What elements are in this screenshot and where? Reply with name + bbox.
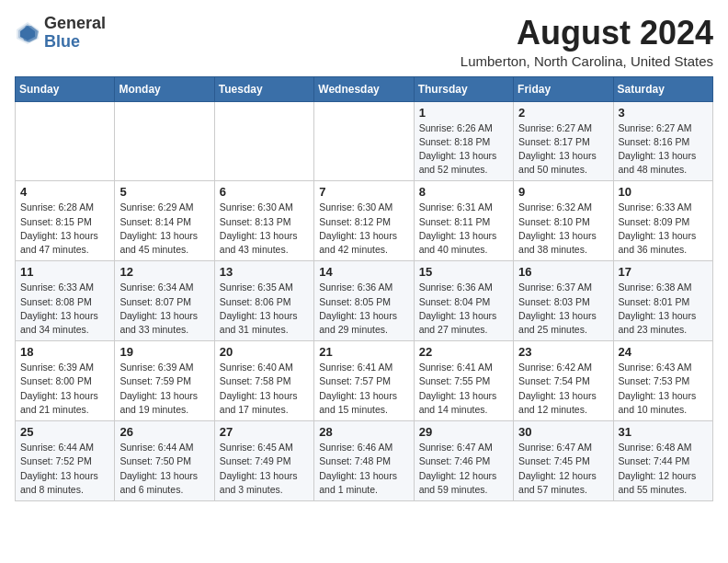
day-info: Sunrise: 6:29 AM Sunset: 8:14 PM Dayligh… (119, 201, 209, 257)
calendar-cell: 25Sunrise: 6:44 AM Sunset: 7:52 PM Dayli… (16, 421, 115, 501)
calendar-cell: 12Sunrise: 6:34 AM Sunset: 8:07 PM Dayli… (115, 261, 214, 341)
calendar-cell: 6Sunrise: 6:30 AM Sunset: 8:13 PM Daylig… (214, 181, 313, 261)
calendar-cell (16, 101, 115, 181)
calendar-week-row: 25Sunrise: 6:44 AM Sunset: 7:52 PM Dayli… (16, 421, 713, 501)
day-number: 2 (518, 106, 608, 120)
calendar-cell (314, 101, 414, 181)
day-number: 24 (619, 345, 708, 359)
day-info: Sunrise: 6:48 AM Sunset: 7:44 PM Dayligh… (619, 441, 708, 497)
day-info: Sunrise: 6:31 AM Sunset: 8:11 PM Dayligh… (419, 201, 508, 257)
calendar-cell: 13Sunrise: 6:35 AM Sunset: 8:06 PM Dayli… (214, 261, 313, 341)
day-info: Sunrise: 6:33 AM Sunset: 8:09 PM Dayligh… (619, 201, 708, 257)
calendar-cell: 5Sunrise: 6:29 AM Sunset: 8:14 PM Daylig… (115, 181, 214, 261)
calendar-cell: 17Sunrise: 6:38 AM Sunset: 8:01 PM Dayli… (613, 261, 712, 341)
day-number: 25 (20, 425, 109, 439)
day-info: Sunrise: 6:43 AM Sunset: 7:53 PM Dayligh… (619, 361, 708, 417)
day-number: 30 (518, 425, 608, 439)
day-number: 27 (220, 425, 309, 439)
day-info: Sunrise: 6:34 AM Sunset: 8:07 PM Dayligh… (119, 281, 209, 337)
day-number: 31 (619, 425, 708, 439)
day-number: 16 (518, 265, 608, 279)
calendar-cell: 28Sunrise: 6:46 AM Sunset: 7:48 PM Dayli… (314, 421, 414, 501)
day-of-week-header: Saturday (613, 76, 712, 101)
calendar-table: SundayMondayTuesdayWednesdayThursdayFrid… (15, 76, 713, 501)
day-number: 15 (419, 265, 508, 279)
day-info: Sunrise: 6:40 AM Sunset: 7:58 PM Dayligh… (220, 361, 309, 417)
page-header: General Blue August 2024 Lumberton, Nort… (15, 15, 713, 69)
day-number: 17 (619, 265, 708, 279)
calendar-cell: 15Sunrise: 6:36 AM Sunset: 8:04 PM Dayli… (414, 261, 513, 341)
day-info: Sunrise: 6:39 AM Sunset: 7:59 PM Dayligh… (119, 361, 209, 417)
day-info: Sunrise: 6:32 AM Sunset: 8:10 PM Dayligh… (518, 201, 608, 257)
day-info: Sunrise: 6:30 AM Sunset: 8:12 PM Dayligh… (319, 201, 408, 257)
day-info: Sunrise: 6:39 AM Sunset: 8:00 PM Dayligh… (20, 361, 109, 417)
calendar-cell: 4Sunrise: 6:28 AM Sunset: 8:15 PM Daylig… (16, 181, 115, 261)
day-number: 8 (419, 185, 508, 199)
month-year-title: August 2024 (461, 15, 713, 52)
day-number: 10 (619, 185, 708, 199)
day-number: 4 (20, 185, 109, 199)
calendar-cell: 26Sunrise: 6:44 AM Sunset: 7:50 PM Dayli… (115, 421, 214, 501)
calendar-week-row: 4Sunrise: 6:28 AM Sunset: 8:15 PM Daylig… (16, 181, 713, 261)
calendar-cell: 23Sunrise: 6:42 AM Sunset: 7:54 PM Dayli… (514, 341, 613, 421)
day-number: 1 (419, 106, 508, 120)
calendar-cell: 18Sunrise: 6:39 AM Sunset: 8:00 PM Dayli… (16, 341, 115, 421)
day-number: 29 (419, 425, 508, 439)
calendar-cell: 8Sunrise: 6:31 AM Sunset: 8:11 PM Daylig… (414, 181, 513, 261)
calendar-cell: 16Sunrise: 6:37 AM Sunset: 8:03 PM Dayli… (514, 261, 613, 341)
day-info: Sunrise: 6:46 AM Sunset: 7:48 PM Dayligh… (319, 441, 408, 497)
day-info: Sunrise: 6:36 AM Sunset: 8:04 PM Dayligh… (419, 281, 508, 337)
day-number: 14 (319, 265, 408, 279)
calendar-cell: 10Sunrise: 6:33 AM Sunset: 8:09 PM Dayli… (613, 181, 712, 261)
day-of-week-header: Tuesday (214, 76, 313, 101)
day-info: Sunrise: 6:44 AM Sunset: 7:52 PM Dayligh… (20, 441, 109, 497)
day-info: Sunrise: 6:42 AM Sunset: 7:54 PM Dayligh… (518, 361, 608, 417)
calendar-cell: 19Sunrise: 6:39 AM Sunset: 7:59 PM Dayli… (115, 341, 214, 421)
calendar-cell (214, 101, 313, 181)
day-number: 9 (518, 185, 608, 199)
day-of-week-header: Monday (115, 76, 214, 101)
day-info: Sunrise: 6:30 AM Sunset: 8:13 PM Dayligh… (220, 201, 309, 257)
calendar-cell: 22Sunrise: 6:41 AM Sunset: 7:55 PM Dayli… (414, 341, 513, 421)
calendar-cell: 9Sunrise: 6:32 AM Sunset: 8:10 PM Daylig… (514, 181, 613, 261)
logo-text: General Blue (44, 15, 106, 52)
day-number: 20 (220, 345, 309, 359)
day-info: Sunrise: 6:45 AM Sunset: 7:49 PM Dayligh… (220, 441, 309, 497)
logo: General Blue (15, 15, 106, 52)
calendar-week-row: 1Sunrise: 6:26 AM Sunset: 8:18 PM Daylig… (16, 101, 713, 181)
day-info: Sunrise: 6:27 AM Sunset: 8:16 PM Dayligh… (619, 121, 708, 178)
day-number: 28 (319, 425, 408, 439)
calendar-cell: 30Sunrise: 6:47 AM Sunset: 7:45 PM Dayli… (514, 421, 613, 501)
day-info: Sunrise: 6:26 AM Sunset: 8:18 PM Dayligh… (419, 121, 508, 178)
day-number: 18 (20, 345, 109, 359)
day-number: 12 (119, 265, 209, 279)
day-info: Sunrise: 6:33 AM Sunset: 8:08 PM Dayligh… (20, 281, 109, 337)
calendar-week-row: 11Sunrise: 6:33 AM Sunset: 8:08 PM Dayli… (16, 261, 713, 341)
day-info: Sunrise: 6:37 AM Sunset: 8:03 PM Dayligh… (518, 281, 608, 337)
day-of-week-header: Friday (514, 76, 613, 101)
day-of-week-header: Sunday (16, 76, 115, 101)
calendar-cell: 2Sunrise: 6:27 AM Sunset: 8:17 PM Daylig… (514, 101, 613, 181)
calendar-cell: 11Sunrise: 6:33 AM Sunset: 8:08 PM Dayli… (16, 261, 115, 341)
day-number: 3 (619, 106, 708, 120)
logo-general: General (44, 14, 106, 32)
location-subtitle: Lumberton, North Carolina, United States (461, 53, 713, 69)
calendar-cell: 7Sunrise: 6:30 AM Sunset: 8:12 PM Daylig… (314, 181, 414, 261)
day-number: 11 (20, 265, 109, 279)
day-number: 21 (319, 345, 408, 359)
day-info: Sunrise: 6:44 AM Sunset: 7:50 PM Dayligh… (119, 441, 209, 497)
day-info: Sunrise: 6:47 AM Sunset: 7:46 PM Dayligh… (419, 441, 508, 497)
logo-blue: Blue (44, 32, 80, 51)
day-number: 19 (119, 345, 209, 359)
day-info: Sunrise: 6:41 AM Sunset: 7:57 PM Dayligh… (319, 361, 408, 417)
day-of-week-header: Thursday (414, 76, 513, 101)
day-info: Sunrise: 6:35 AM Sunset: 8:06 PM Dayligh… (220, 281, 309, 337)
day-info: Sunrise: 6:41 AM Sunset: 7:55 PM Dayligh… (419, 361, 508, 417)
calendar-cell: 27Sunrise: 6:45 AM Sunset: 7:49 PM Dayli… (214, 421, 313, 501)
day-number: 22 (419, 345, 508, 359)
day-number: 5 (119, 185, 209, 199)
calendar-cell: 3Sunrise: 6:27 AM Sunset: 8:16 PM Daylig… (613, 101, 712, 181)
day-number: 23 (518, 345, 608, 359)
day-number: 13 (220, 265, 309, 279)
logo-icon (15, 20, 40, 46)
